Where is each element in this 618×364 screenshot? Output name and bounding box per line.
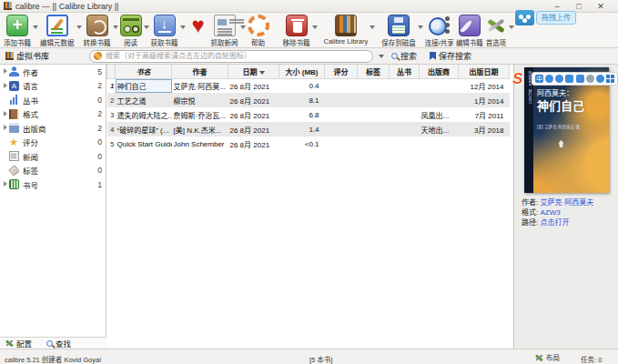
cell-pubdate[interactable]: 1月 2014 — [459, 93, 510, 107]
close-button[interactable]: ✕ — [590, 2, 612, 11]
cell-author[interactable]: 詹姆斯·乔治瓦... — [172, 107, 228, 122]
cell-publisher[interactable] — [420, 78, 459, 93]
cell-title[interactable]: Quick Start Guide — [116, 136, 172, 151]
edit-metadata-dropdown-arrow[interactable] — [76, 25, 82, 29]
preferences-dropdown-arrow[interactable] — [509, 25, 514, 29]
column-header-authors[interactable]: 作者 — [172, 65, 228, 78]
column-header-title[interactable]: 书名 — [116, 65, 172, 78]
sidebar-item-series[interactable]: 丛书 0 — [0, 93, 106, 107]
cell-publisher[interactable]: 凤凰出... — [420, 107, 459, 122]
ime-profile-icon[interactable] — [586, 75, 594, 83]
remove-books-button[interactable]: 移除书籍 — [283, 15, 310, 47]
library-button[interactable]: Calibre Library — [324, 15, 369, 46]
table-row[interactable]: 3 遗失的姆大陆之... 詹姆斯·乔治瓦... 26 8月 2021 6.8 凤… — [107, 107, 510, 122]
advanced-search-gear-icon[interactable] — [94, 52, 102, 60]
column-header-pubdate[interactable]: 出版日期 — [459, 65, 510, 78]
save-search-button[interactable]: 保存搜索 — [430, 50, 471, 62]
sidebar-item-publishers[interactable]: 出版商 2 — [0, 121, 106, 136]
cell-title[interactable]: “破碎的星球” (... — [116, 122, 172, 136]
layout-button[interactable]: 布局 — [535, 352, 560, 362]
cell-pubdate[interactable]: 3月 2018 — [459, 122, 510, 136]
sidebar-item-formats[interactable]: 格式 2 — [0, 107, 106, 122]
cell-title[interactable]: 神们自己 — [116, 78, 172, 93]
cell-date[interactable]: 26 8月 2021 — [228, 107, 279, 122]
cell-date[interactable]: 26 8月 2021 — [228, 78, 279, 93]
remove-books-dropdown-arrow[interactable] — [312, 25, 318, 29]
sidebar-item-tags[interactable]: 标签 0 — [0, 164, 106, 178]
fetch-news-dropdown-arrow[interactable] — [240, 25, 246, 29]
sidebar-item-identifiers[interactable]: 书号 1 — [0, 177, 106, 192]
sogou-logo-icon[interactable]: S — [512, 70, 522, 88]
book-path-link[interactable]: 点击打开 — [540, 218, 569, 227]
drag-upload-icon[interactable] — [515, 10, 534, 25]
view-dropdown-arrow[interactable] — [144, 25, 149, 29]
configure-button[interactable]: 配置 — [5, 338, 32, 349]
help-button[interactable]: 帮助 — [248, 15, 269, 47]
jobs-indicator[interactable]: 任务: 0 — [581, 354, 602, 364]
cell-publisher[interactable]: 天地出... — [420, 122, 459, 136]
get-books-button[interactable]: 获取书籍 — [151, 15, 178, 47]
convert-books-dropdown-arrow[interactable] — [113, 25, 118, 29]
edit-book-button[interactable]: 编辑书籍 — [456, 15, 483, 47]
cell-pubdate[interactable] — [459, 136, 510, 151]
ime-keyboard-icon[interactable] — [576, 75, 584, 83]
ime-voice-icon[interactable] — [565, 75, 573, 83]
cell-size[interactable]: 6.8 — [279, 107, 325, 122]
sidebar-item-languages[interactable]: 语言 2 — [0, 79, 106, 94]
ime-punctuation-icon[interactable] — [545, 75, 553, 83]
view-button[interactable]: 阅读 — [120, 15, 142, 47]
column-header-publisher[interactable]: 出版商 — [420, 65, 459, 78]
book-cover[interactable]: 阿西莫夫：神们自己 ISAAC ASIMOV 阿西莫夫： 神们自己 [美] 艾萨… — [524, 67, 609, 193]
cell-date[interactable]: 26 8月 2021 — [228, 136, 279, 151]
table-row[interactable]: 1 神们自己 艾萨克·阿西莫... 26 8月 2021 0.4 12月 201… — [107, 78, 510, 93]
ime-language-icon[interactable]: 中 — [535, 75, 543, 83]
save-to-disk-button[interactable]: 保存到磁盘 — [381, 15, 416, 47]
preferences-button[interactable]: 首选项 — [485, 15, 507, 47]
add-books-dropdown-arrow[interactable] — [33, 25, 38, 29]
cell-pubdate[interactable]: 12月 2014 — [459, 78, 510, 93]
sidebar-item-ratings[interactable]: 评分 0 — [0, 136, 106, 150]
fetch-news-button[interactable]: 抓取新闻 — [211, 15, 238, 47]
save-to-disk-dropdown-arrow[interactable] — [418, 25, 423, 29]
column-header-series[interactable]: 丛书 — [390, 65, 420, 78]
cell-author[interactable]: 艾萨克·阿西莫... — [172, 78, 228, 93]
cell-author[interactable]: 柳宗悦 — [172, 93, 228, 107]
library-dropdown-arrow[interactable] — [370, 25, 375, 29]
expand-arrow-icon[interactable] — [2, 125, 9, 131]
cell-author[interactable]: John Schember — [172, 136, 228, 151]
table-row[interactable]: 2 工艺之道 柳宗悦 26 8月 2021 8.1 1月 2014 — [107, 93, 510, 107]
expand-arrow-icon[interactable] — [2, 83, 9, 89]
drag-upload-label[interactable]: 拖拽上传 — [536, 11, 576, 25]
column-header-date[interactable]: 日期 — [228, 65, 279, 78]
search-input[interactable] — [106, 52, 369, 60]
cell-title[interactable]: 工艺之道 — [116, 93, 172, 107]
column-header-size[interactable]: 大小 (MB) — [279, 65, 325, 78]
virtual-library-button[interactable]: 虚拟书库 — [0, 49, 55, 64]
edit-metadata-button[interactable]: 编辑元数据 — [40, 15, 75, 47]
sidebar-item-authors[interactable]: 作者 5 — [0, 65, 106, 79]
convert-books-button[interactable]: 转换书籍 — [84, 15, 111, 47]
ime-skin-icon[interactable] — [596, 75, 604, 83]
cell-pubdate[interactable]: 7月 2011 — [459, 107, 510, 122]
cell-publisher[interactable] — [420, 136, 459, 151]
search-button[interactable]: 搜索 — [391, 50, 417, 62]
ime-emoji-icon[interactable] — [555, 75, 563, 83]
column-header-tags[interactable]: 标签 — [358, 65, 390, 78]
ime-toolbox-icon[interactable] — [606, 75, 614, 83]
cell-date[interactable]: 26 8月 2021 — [228, 122, 279, 136]
sidebar-item-news[interactable]: 新闻 0 — [0, 149, 106, 164]
cell-size[interactable]: 8.1 — [279, 93, 325, 107]
cell-size[interactable]: 1.4 — [279, 122, 325, 136]
cell-date[interactable]: 26 8月 2021 — [228, 93, 279, 107]
connect-share-button[interactable]: 连接/共享 — [425, 15, 454, 47]
cell-title[interactable]: 遗失的姆大陆之... — [116, 107, 172, 122]
find-button[interactable]: 查找 — [46, 338, 71, 349]
search-history-dropdown-arrow[interactable] — [379, 55, 384, 58]
expand-arrow-icon[interactable] — [2, 181, 9, 187]
table-row[interactable]: 4 “破碎的星球” (... [美] N.K.杰米... 26 8月 2021 … — [107, 122, 510, 136]
get-books-dropdown-arrow[interactable] — [180, 25, 186, 29]
book-format-link[interactable]: AZW3 — [540, 208, 560, 217]
cell-author[interactable]: [美] N.K.杰米... — [172, 122, 228, 136]
expand-arrow-icon[interactable] — [2, 111, 9, 117]
expand-arrow-icon[interactable] — [2, 68, 9, 75]
